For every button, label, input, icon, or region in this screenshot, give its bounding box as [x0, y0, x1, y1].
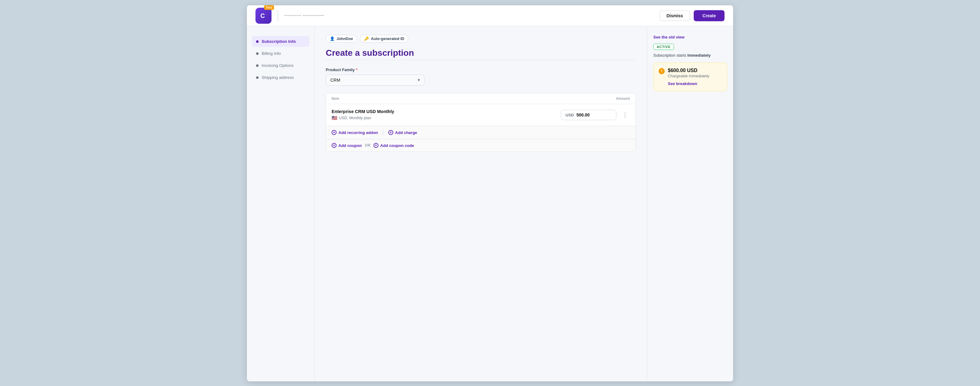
- dismiss-button[interactable]: Dismiss: [660, 11, 690, 21]
- col-item: Item: [332, 97, 339, 101]
- item-name: Enterprise CRM USD Monthly: [332, 109, 557, 114]
- form-title: Create a subscription: [326, 48, 636, 58]
- table-row: Enterprise CRM USD Monthly 🇺🇸 USD, Month…: [326, 104, 635, 126]
- main-content: 👤 JohnDoe 🔑 Auto-generated ID Create a s…: [315, 26, 647, 381]
- subscription-starts-text: Subscription starts Immediately: [653, 53, 727, 57]
- sidebar-item-billing-info[interactable]: Billing Info: [252, 48, 309, 59]
- sidebar-label-billing-info: Billing Info: [262, 51, 281, 56]
- add-recurring-label: Add recurring addon: [338, 130, 378, 135]
- charge-amount: $600.00 USD: [668, 68, 710, 73]
- create-button[interactable]: Create: [694, 10, 724, 21]
- app-window: C Test ••••••••••• •••••••••••••• Dismis…: [247, 5, 733, 382]
- add-coupon-code-button[interactable]: + Add coupon code: [374, 143, 414, 148]
- status-badge: ACTIVE: [653, 44, 674, 50]
- plus-charge-icon: +: [388, 130, 393, 135]
- sidebar-label-shipping-address: Shipping address: [262, 75, 294, 80]
- header: C Test ••••••••••• •••••••••••••• Dismis…: [247, 5, 733, 26]
- see-breakdown-link[interactable]: See breakdown: [668, 81, 722, 86]
- amount-field[interactable]: USD 500.00: [561, 110, 616, 120]
- sidebar-label-invoicing-options: Invoicing Options: [262, 63, 294, 68]
- old-view-link[interactable]: See the old view: [653, 35, 727, 40]
- warning-icon: !: [659, 68, 665, 74]
- subscription-starts-value: Immediately: [687, 53, 711, 57]
- body: Subscription Info Billing Info Invoicing…: [247, 26, 733, 381]
- sidebar: Subscription Info Billing Info Invoicing…: [247, 26, 315, 381]
- user-tag[interactable]: 👤 JohnDoe: [326, 35, 357, 43]
- charge-top: ! $600.00 USD Chargeable immediately: [659, 68, 722, 78]
- sidebar-dot-subscription-info: [256, 40, 259, 43]
- product-family-select-wrap: CRM Enterprise Starter ▼: [326, 75, 424, 86]
- id-tag[interactable]: 🔑 Auto-generated ID: [360, 35, 408, 43]
- add-coupon-label: Add coupon: [338, 143, 362, 148]
- flag-icon: 🇺🇸: [332, 115, 337, 121]
- svg-text:C: C: [261, 12, 265, 19]
- right-panel: See the old view ACTIVE Subscription sta…: [647, 26, 733, 381]
- product-family-select[interactable]: CRM Enterprise Starter: [326, 75, 424, 86]
- logo-wrap: C Test: [256, 8, 272, 24]
- add-charge-label: Add charge: [395, 130, 417, 135]
- sidebar-label-subscription-info: Subscription Info: [262, 39, 296, 44]
- header-divider: [278, 10, 278, 21]
- or-text: OR: [365, 143, 371, 148]
- breadcrumb: ••••••••••• ••••••••••••••: [285, 13, 325, 18]
- id-tag-label: Auto-generated ID: [371, 37, 404, 41]
- addon-divider: [383, 130, 384, 135]
- charge-details: $600.00 USD Chargeable immediately: [668, 68, 710, 78]
- form-divider: [326, 60, 636, 60]
- sidebar-dot-shipping-address: [256, 76, 259, 79]
- amount-value: 500.00: [576, 113, 590, 118]
- sidebar-item-subscription-info[interactable]: Subscription Info: [252, 36, 309, 47]
- user-tag-label: JohnDoe: [337, 37, 353, 41]
- addon-row: + Add recurring addon + Add charge: [326, 126, 635, 139]
- currency-label: USD: [565, 113, 574, 118]
- add-coupon-button[interactable]: + Add coupon: [332, 143, 362, 148]
- sidebar-item-invoicing-options[interactable]: Invoicing Options: [252, 60, 309, 71]
- breadcrumb-bar: ••••••••••• ••••••••••••••: [285, 13, 660, 18]
- header-actions: Dismiss Create: [660, 10, 724, 21]
- sidebar-dot-billing-info: [256, 52, 259, 55]
- col-amount: Amount: [616, 97, 630, 101]
- table-header: Item Amount: [326, 93, 635, 104]
- user-icon: 👤: [330, 37, 335, 41]
- sidebar-item-shipping-address[interactable]: Shipping address: [252, 72, 309, 83]
- item-plan: USD, Monthly plan: [339, 116, 371, 120]
- test-badge: Test: [264, 5, 274, 10]
- sidebar-dot-invoicing-options: [256, 64, 259, 67]
- add-charge-button[interactable]: + Add charge: [388, 130, 417, 135]
- more-options-button[interactable]: ⋮: [620, 110, 630, 120]
- product-family-label: Product Family *: [326, 67, 636, 72]
- coupon-row: + Add coupon OR + Add coupon code: [326, 139, 635, 152]
- key-icon: 🔑: [364, 37, 369, 41]
- form-header: 👤 JohnDoe 🔑 Auto-generated ID: [326, 35, 636, 43]
- item-sub: 🇺🇸 USD, Monthly plan: [332, 115, 557, 121]
- plus-icon: +: [332, 130, 337, 135]
- charge-card: ! $600.00 USD Chargeable immediately See…: [653, 62, 727, 91]
- items-table: Item Amount Enterprise CRM USD Monthly 🇺…: [326, 93, 636, 152]
- required-star: *: [356, 67, 358, 72]
- add-recurring-addon-button[interactable]: + Add recurring addon: [332, 130, 378, 135]
- plus-code-icon: +: [374, 143, 379, 148]
- item-info: Enterprise CRM USD Monthly 🇺🇸 USD, Month…: [332, 109, 557, 121]
- add-coupon-code-label: Add coupon code: [380, 143, 414, 148]
- plus-coupon-icon: +: [332, 143, 337, 148]
- app-logo: C: [256, 8, 272, 24]
- charge-desc: Chargeable immediately: [668, 74, 710, 78]
